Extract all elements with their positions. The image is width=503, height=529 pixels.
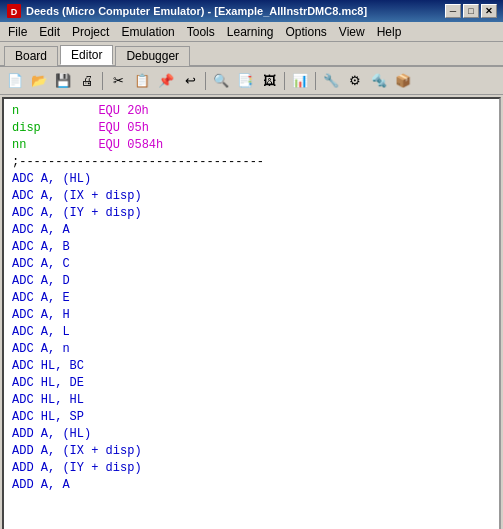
- menu-item-view[interactable]: View: [333, 23, 371, 41]
- code-line: ADC A, B: [12, 239, 491, 256]
- code-line: ADC A, E: [12, 290, 491, 307]
- open-button[interactable]: 📂: [28, 70, 50, 92]
- menu-bar: FileEditProjectEmulationToolsLearningOpt…: [0, 22, 503, 42]
- code-line: disp EQU 05h: [12, 120, 491, 137]
- undo-button[interactable]: ↩: [179, 70, 201, 92]
- code-line: ADC A, n: [12, 341, 491, 358]
- title-bar: D Deeds (Micro Computer Emulator) - [Exa…: [0, 0, 503, 22]
- view-button[interactable]: 🖼: [258, 70, 280, 92]
- toolbar-separator: [315, 72, 316, 90]
- code-editor: n EQU 20hdisp EQU 05hnn EQU 0584h;------…: [2, 97, 501, 529]
- code-line: ADC A, (IX + disp): [12, 188, 491, 205]
- code-line: ADC A, H: [12, 307, 491, 324]
- code-line: ADD A, (IX + disp): [12, 443, 491, 460]
- window-title: Deeds (Micro Computer Emulator) - [Examp…: [26, 5, 441, 17]
- code-line: ADC A, (IY + disp): [12, 205, 491, 222]
- tabs-area: BoardEditorDebugger: [0, 42, 503, 67]
- paste-button[interactable]: 📌: [155, 70, 177, 92]
- code-area[interactable]: n EQU 20hdisp EQU 05hnn EQU 0584h;------…: [4, 99, 499, 529]
- tab-board[interactable]: Board: [4, 46, 58, 66]
- cut-button[interactable]: ✂: [107, 70, 129, 92]
- code-line: nn EQU 0584h: [12, 137, 491, 154]
- bookmark-button[interactable]: 📑: [234, 70, 256, 92]
- app-icon: D: [6, 3, 22, 19]
- settings1-button[interactable]: 🔧: [320, 70, 342, 92]
- print-button[interactable]: 🖨: [76, 70, 98, 92]
- new-button[interactable]: 📄: [4, 70, 26, 92]
- toolbar-separator: [205, 72, 206, 90]
- close-button[interactable]: ✕: [481, 4, 497, 18]
- toolbar-separator: [284, 72, 285, 90]
- find-button[interactable]: 🔍: [210, 70, 232, 92]
- code-line: ADC HL, HL: [12, 392, 491, 409]
- code-line: ADD A, A: [12, 477, 491, 494]
- window-controls[interactable]: ─ □ ✕: [445, 4, 497, 18]
- menu-item-options[interactable]: Options: [280, 23, 333, 41]
- maximize-button[interactable]: □: [463, 4, 479, 18]
- menu-item-project[interactable]: Project: [66, 23, 115, 41]
- code-line: ADC HL, SP: [12, 409, 491, 426]
- settings3-button[interactable]: 🔩: [368, 70, 390, 92]
- svg-text:D: D: [11, 7, 18, 17]
- minimize-button[interactable]: ─: [445, 4, 461, 18]
- menu-item-help[interactable]: Help: [371, 23, 408, 41]
- tab-editor[interactable]: Editor: [60, 45, 113, 65]
- settings2-button[interactable]: ⚙: [344, 70, 366, 92]
- tab-debugger[interactable]: Debugger: [115, 46, 190, 66]
- code-line: ADC A, (HL): [12, 171, 491, 188]
- save-button[interactable]: 💾: [52, 70, 74, 92]
- code-line: ADC HL, DE: [12, 375, 491, 392]
- toolbar-separator: [102, 72, 103, 90]
- code-line: n EQU 20h: [12, 103, 491, 120]
- menu-item-learning[interactable]: Learning: [221, 23, 280, 41]
- menu-item-file[interactable]: File: [2, 23, 33, 41]
- code-line: ADC HL, BC: [12, 358, 491, 375]
- code-line: ADD A, (HL): [12, 426, 491, 443]
- code-line: ADD A, (IY + disp): [12, 460, 491, 477]
- chart-button[interactable]: 📊: [289, 70, 311, 92]
- code-line: ADC A, C: [12, 256, 491, 273]
- menu-item-emulation[interactable]: Emulation: [115, 23, 180, 41]
- menu-item-tools[interactable]: Tools: [181, 23, 221, 41]
- menu-item-edit[interactable]: Edit: [33, 23, 66, 41]
- toolbar: 📄📂💾🖨✂📋📌↩🔍📑🖼📊🔧⚙🔩📦: [0, 67, 503, 95]
- package-button[interactable]: 📦: [392, 70, 414, 92]
- code-line: ADC A, L: [12, 324, 491, 341]
- code-line: ADC A, D: [12, 273, 491, 290]
- code-line: ADC A, A: [12, 222, 491, 239]
- code-line: ;----------------------------------: [12, 154, 491, 171]
- copy-button[interactable]: 📋: [131, 70, 153, 92]
